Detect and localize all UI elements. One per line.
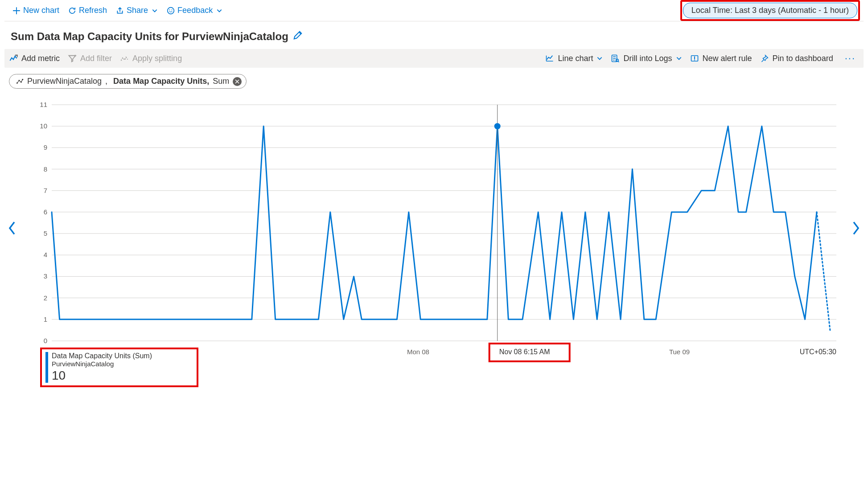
chip-agg: Sum <box>213 77 229 86</box>
svg-text:4: 4 <box>44 251 47 258</box>
chart-type-label: Line chart <box>558 54 593 63</box>
svg-text:11: 11 <box>40 101 47 108</box>
svg-text:5: 5 <box>44 229 47 237</box>
prev-time-button[interactable] <box>7 221 17 239</box>
svg-text:Mon 08: Mon 08 <box>407 348 429 356</box>
time-range-button[interactable]: Local Time: Last 3 days (Automatic - 1 h… <box>683 3 857 18</box>
refresh-label: Refresh <box>79 6 107 15</box>
add-metric-button[interactable]: + Add metric <box>9 54 60 63</box>
add-filter-label: Add filter <box>80 54 112 63</box>
metric-toolbar: + Add metric + Add filter Apply splittin… <box>4 49 864 68</box>
more-button[interactable]: ··· <box>841 53 859 64</box>
drill-logs-label: Drill into Logs <box>623 54 672 63</box>
time-range-label: Local Time: Last 3 days (Automatic - 1 h… <box>691 6 849 15</box>
chevron-down-icon <box>216 8 222 14</box>
share-button[interactable]: Share <box>111 3 162 18</box>
svg-point-1 <box>169 9 170 10</box>
share-label: Share <box>127 6 148 15</box>
legend-card[interactable]: Data Map Capacity Units (Sum) PurviewNin… <box>40 348 198 387</box>
refresh-icon <box>68 7 76 15</box>
svg-point-40 <box>494 123 501 129</box>
chevron-down-icon <box>676 55 682 61</box>
line-chart[interactable]: 01234567891011Nov 07Mon 08Tue 09Nov 08 6… <box>21 96 845 381</box>
legend-series-label: Data Map Capacity Units (Sum) <box>52 352 152 360</box>
chip-remove-button[interactable] <box>233 77 242 86</box>
refresh-button[interactable]: Refresh <box>64 3 111 18</box>
svg-text:10: 10 <box>40 122 47 130</box>
metric-icon: + <box>9 54 18 63</box>
svg-text:Tue 09: Tue 09 <box>669 348 690 356</box>
svg-text:+: + <box>16 54 18 58</box>
plus-icon <box>12 7 21 15</box>
alert-icon <box>690 54 699 63</box>
pin-label: Pin to dashboard <box>773 54 833 63</box>
svg-text:8: 8 <box>44 165 47 173</box>
drill-logs-button[interactable]: Drill into Logs <box>611 54 682 63</box>
smile-icon <box>167 7 175 15</box>
next-time-button[interactable] <box>851 221 861 239</box>
ellipsis-icon: ··· <box>845 53 856 64</box>
chip-metric: Data Map Capacity Units, <box>113 77 209 86</box>
feedback-label: Feedback <box>177 6 213 15</box>
filter-icon: + <box>68 54 77 63</box>
edit-title-button[interactable] <box>293 30 303 43</box>
new-chart-button[interactable]: New chart <box>8 3 64 18</box>
add-metric-label: Add metric <box>21 54 60 63</box>
svg-point-0 <box>168 7 174 14</box>
legend-color-swatch <box>45 352 48 383</box>
metric-chip[interactable]: PurviewNinjaCatalog, Data Map Capacity U… <box>9 74 247 89</box>
splitting-icon <box>120 54 129 63</box>
time-range-highlight: Local Time: Last 3 days (Automatic - 1 h… <box>680 0 860 21</box>
svg-text:6: 6 <box>44 208 47 216</box>
svg-text:7: 7 <box>44 187 47 194</box>
new-alert-button[interactable]: New alert rule <box>690 54 752 63</box>
svg-text:1: 1 <box>44 315 47 323</box>
svg-text:9: 9 <box>44 143 47 151</box>
chip-resource: PurviewNinjaCatalog <box>27 77 102 86</box>
apply-splitting-button: Apply splitting <box>120 54 182 63</box>
svg-text:+: + <box>74 54 77 58</box>
svg-text:Nov 08 6:15 AM: Nov 08 6:15 AM <box>499 348 550 356</box>
pin-button[interactable]: Pin to dashboard <box>760 54 833 63</box>
logs-icon <box>611 54 620 63</box>
svg-point-2 <box>172 9 173 10</box>
metric-chip-icon <box>16 78 24 86</box>
svg-text:3: 3 <box>44 272 47 280</box>
chevron-down-icon <box>152 8 158 14</box>
pencil-icon <box>293 30 303 40</box>
add-filter-button: + Add filter <box>68 54 112 63</box>
line-chart-icon <box>545 54 554 63</box>
chart-area: 01234567891011Nov 07Mon 08Tue 09Nov 08 6… <box>21 96 847 381</box>
svg-text:UTC+05:30: UTC+05:30 <box>800 348 836 356</box>
share-icon <box>116 7 124 15</box>
new-chart-label: New chart <box>23 6 59 15</box>
new-alert-label: New alert rule <box>703 54 752 63</box>
chart-type-button[interactable]: Line chart <box>545 54 603 63</box>
pin-icon <box>760 54 769 63</box>
svg-text:2: 2 <box>44 294 47 302</box>
chevron-right-icon <box>851 221 861 236</box>
chart-title-row: Sum Data Map Capacity Units for PurviewN… <box>4 21 864 49</box>
chevron-down-icon <box>596 55 603 61</box>
feedback-button[interactable]: Feedback <box>162 3 227 18</box>
chart-title: Sum Data Map Capacity Units for PurviewN… <box>11 30 288 43</box>
legend-resource-label: PurviewNinjaCatalog <box>52 360 152 368</box>
apply-splitting-label: Apply splitting <box>132 54 182 63</box>
close-icon <box>235 79 239 84</box>
legend-value: 10 <box>52 368 152 383</box>
chevron-left-icon <box>7 221 17 236</box>
command-bar: New chart Refresh Share Feedback Local T… <box>4 0 864 21</box>
svg-text:0: 0 <box>44 337 47 344</box>
